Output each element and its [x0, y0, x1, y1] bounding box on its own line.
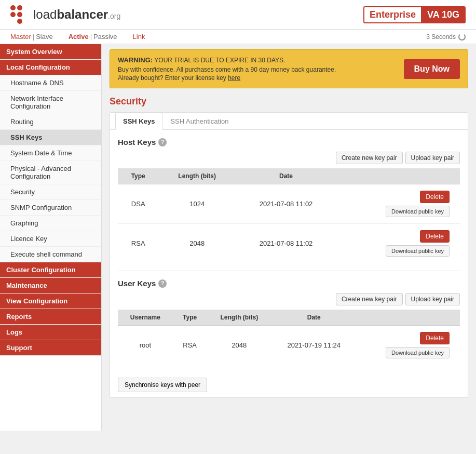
- user-row1-length: 2048: [207, 326, 272, 365]
- user-keys-help-icon[interactable]: ?: [158, 279, 167, 288]
- sidebar-item-local-config[interactable]: Local Configuration: [0, 60, 101, 75]
- sidebar: System Overview Local Configuration Host…: [0, 44, 102, 431]
- warning-already: Already bought? Enter your license key h…: [118, 74, 336, 82]
- tab-ssh-keys[interactable]: SSH Keys: [115, 113, 162, 130]
- host-col-date: Date: [236, 168, 336, 184]
- sidebar-item-network-interface[interactable]: Network Interface Configuration: [0, 91, 101, 114]
- main-content: WARNING: YOUR TRIAL IS DUE TO EXPIRE IN …: [102, 44, 476, 431]
- tab-content: Host Keys ? Create new key pair Upload k…: [110, 130, 468, 372]
- user-keys-upload-button[interactable]: Upload key pair: [405, 293, 460, 305]
- user-row1-download-button[interactable]: Download public key: [386, 347, 450, 358]
- dot9: [24, 19, 29, 24]
- nav-master[interactable]: Master: [10, 33, 31, 41]
- host-col-length: Length (bits): [158, 168, 235, 184]
- header: loadbalancer.org Enterprise VA 10G: [0, 0, 476, 30]
- refresh-icon[interactable]: [458, 33, 466, 41]
- user-keys-actions: Create new key pair Upload key pair: [118, 293, 460, 305]
- host-row2-delete-button[interactable]: Delete: [420, 230, 450, 243]
- host-keys-actions: Create new key pair Upload key pair: [118, 152, 460, 164]
- user-row1-actions: Delete Download public key: [356, 326, 460, 365]
- nav-refresh: 3 Seconds: [426, 33, 466, 41]
- host-row2-date: 2021-07-08 11:02: [236, 224, 336, 263]
- nav-separator-2: |: [90, 33, 92, 41]
- table-row: RSA 2048 2021-07-08 11:02 Delete Downloa…: [118, 224, 460, 263]
- sidebar-item-hostname-dns[interactable]: Hostname & DNS: [0, 75, 101, 91]
- edition-badge: Enterprise VA 10G: [363, 6, 466, 23]
- sidebar-item-snmp[interactable]: SNMP Configuration: [0, 200, 101, 216]
- sidebar-item-graphing[interactable]: Graphing: [0, 216, 101, 231]
- dot1: [10, 5, 16, 10]
- section-divider: [118, 271, 460, 271]
- host-keys-help-icon[interactable]: ?: [158, 138, 167, 146]
- dot4: [10, 12, 16, 17]
- user-col-date: Date: [271, 310, 356, 326]
- user-keys-title: User Keys ?: [118, 279, 460, 288]
- sidebar-item-view-config[interactable]: View Configuration: [0, 293, 101, 309]
- host-col-actions: [336, 168, 460, 184]
- table-row: root RSA 2048 2021-07-19 11:24 Delete Do…: [118, 326, 460, 365]
- user-col-type: Type: [173, 310, 207, 326]
- sidebar-item-ssh-keys[interactable]: SSH Keys: [0, 130, 101, 145]
- warning-title: WARNING:: [118, 56, 153, 64]
- host-keys-create-button[interactable]: Create new key pair: [336, 152, 403, 164]
- host-row2-download-button[interactable]: Download public key: [386, 245, 450, 257]
- sync-section: Synchronise keys with peer: [110, 372, 468, 397]
- refresh-text: 3 Seconds: [426, 33, 456, 41]
- page-title: Security: [110, 96, 468, 107]
- nav-active-passive: Active | Passive: [69, 33, 117, 41]
- nav-passive[interactable]: Passive: [93, 33, 117, 41]
- warning-banner: WARNING: YOUR TRIAL IS DUE TO EXPIRE IN …: [110, 49, 468, 88]
- buy-now-button[interactable]: Buy Now: [404, 59, 460, 79]
- host-keys-title: Host Keys ?: [118, 138, 460, 146]
- nav-links: Master | Slave Active | Passive Link: [10, 33, 145, 41]
- host-row1-delete-button[interactable]: Delete: [420, 191, 450, 203]
- user-col-username: Username: [118, 310, 173, 326]
- dot8: [17, 19, 22, 24]
- sync-button[interactable]: Synchronise keys with peer: [118, 378, 207, 392]
- nav-link[interactable]: Link: [133, 33, 145, 41]
- sidebar-item-maintenance[interactable]: Maintenance: [0, 278, 101, 293]
- host-row1-actions: Delete Download public key: [336, 184, 460, 224]
- dot2: [17, 5, 22, 10]
- nav-separator-1: |: [33, 33, 34, 41]
- tab-ssh-authentication[interactable]: SSH Authentication: [162, 113, 236, 130]
- host-row1-download-button[interactable]: Download public key: [386, 206, 450, 217]
- dot6: [24, 12, 29, 17]
- host-keys-table: Type Length (bits) Date DSA 1024 2021-07…: [118, 168, 460, 263]
- dot3: [24, 5, 29, 10]
- sidebar-item-licence-key[interactable]: Licence Key: [0, 231, 101, 247]
- host-row2-actions: Delete Download public key: [336, 224, 460, 263]
- tabs: SSH Keys SSH Authentication: [110, 113, 468, 130]
- sidebar-item-system-date[interactable]: System Date & Time: [0, 145, 101, 161]
- nav-master-slave: Master | Slave: [10, 33, 53, 41]
- warning-title-line: WARNING: YOUR TRIAL IS DUE TO EXPIRE IN …: [118, 56, 336, 64]
- warning-message: YOUR TRIAL IS DUE TO EXPIRE IN 30 DAYS.: [154, 57, 285, 64]
- table-row: DSA 1024 2021-07-08 11:02 Delete Downloa…: [118, 184, 460, 224]
- main-panel: SSH Keys SSH Authentication Host Keys ? …: [110, 112, 468, 398]
- host-row2-length: 2048: [158, 224, 235, 263]
- sidebar-item-routing[interactable]: Routing: [0, 114, 101, 130]
- sidebar-item-physical-advanced[interactable]: Physical - Advanced Configuration: [0, 161, 101, 184]
- user-row1-delete-button[interactable]: Delete: [420, 332, 450, 344]
- nav-active[interactable]: Active: [69, 33, 89, 41]
- user-row1-date: 2021-07-19 11:24: [271, 326, 356, 365]
- sidebar-item-support[interactable]: Support: [0, 340, 101, 356]
- warning-link[interactable]: here: [228, 74, 240, 82]
- host-keys-upload-button[interactable]: Upload key pair: [405, 152, 460, 164]
- host-col-type: Type: [118, 168, 158, 184]
- logo: loadbalancer.org: [10, 5, 120, 24]
- user-keys-create-button[interactable]: Create new key pair: [336, 293, 403, 305]
- sidebar-item-system-overview[interactable]: System Overview: [0, 44, 101, 60]
- nav-slave[interactable]: Slave: [36, 33, 53, 41]
- user-row1-type: RSA: [173, 326, 207, 365]
- sidebar-item-reports[interactable]: Reports: [0, 309, 101, 325]
- warning-text: WARNING: YOUR TRIAL IS DUE TO EXPIRE IN …: [118, 56, 336, 82]
- sidebar-item-security[interactable]: Security: [0, 184, 101, 200]
- layout: System Overview Local Configuration Host…: [0, 44, 476, 431]
- dot7: [10, 19, 16, 24]
- user-row1-username: root: [118, 326, 173, 365]
- badge-enterprise: Enterprise: [364, 7, 422, 22]
- sidebar-item-execute-shell[interactable]: Execute shell command: [0, 247, 101, 262]
- sidebar-item-logs[interactable]: Logs: [0, 325, 101, 340]
- sidebar-item-cluster-config[interactable]: Cluster Configuration: [0, 262, 101, 278]
